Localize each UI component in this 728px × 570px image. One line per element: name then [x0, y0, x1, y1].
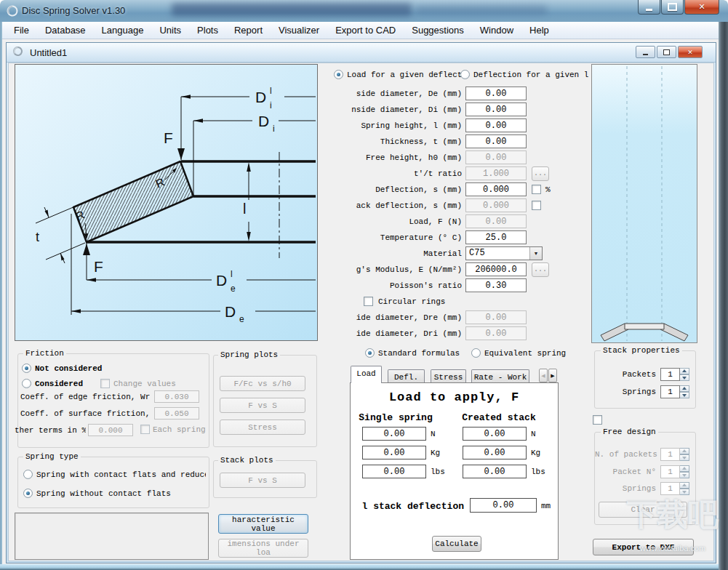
packet-n-stepper[interactable]: 1	[660, 465, 689, 478]
free-design-checkbox[interactable]	[593, 415, 602, 425]
stack-load-lbs-input[interactable]	[463, 465, 527, 478]
doc-minimize-button[interactable]	[636, 46, 655, 58]
spinner-up-icon[interactable]	[680, 385, 689, 392]
export-to-dxf-button[interactable]: Export to DXF	[593, 539, 694, 555]
close-button[interactable]: ✕	[684, 0, 719, 15]
menu-item-plots[interactable]: Plots	[189, 23, 226, 38]
menu-item-window[interactable]: Window	[472, 23, 521, 38]
tab-scroll-right-icon[interactable]: ▶	[548, 369, 557, 382]
outside-diameter-de-input[interactable]	[465, 87, 527, 100]
doc-close-button[interactable]: ✕	[678, 46, 703, 58]
single-load-n-input[interactable]	[362, 427, 426, 441]
deflection-s-checkbox[interactable]	[532, 185, 541, 194]
tab-load[interactable]: Load	[351, 366, 382, 383]
stack-deflection-s-input[interactable]	[465, 198, 527, 212]
tab-scroll-left-icon[interactable]: ◀	[539, 369, 548, 382]
maximize-button[interactable]	[661, 0, 684, 15]
n-packets-stepper[interactable]: 1	[660, 448, 689, 461]
close-icon: ✕	[687, 49, 693, 56]
fd-springs-value[interactable]: 1	[660, 482, 680, 495]
ellipsis-button[interactable]: ...	[532, 262, 549, 277]
friction-considered-radio[interactable]	[22, 379, 31, 388]
other-terms-input[interactable]	[88, 424, 133, 436]
menu-item-database[interactable]: Database	[37, 23, 94, 38]
fd-springs-stepper[interactable]: 1	[660, 482, 689, 495]
spinner-down-icon[interactable]	[680, 454, 689, 461]
n-packets-value[interactable]: 1	[660, 448, 680, 461]
springs-value[interactable]: 1	[660, 385, 680, 398]
spinner-down-icon[interactable]	[680, 374, 689, 381]
t-ratio-input[interactable]	[465, 166, 527, 180]
friction-group-title: Friction	[23, 349, 66, 358]
single-load-kg-input[interactable]	[362, 446, 426, 459]
stack-load-n-input[interactable]	[463, 427, 527, 441]
surface-friction-input[interactable]	[154, 407, 199, 420]
menu-item-units[interactable]: Units	[151, 23, 189, 38]
change-values-checkbox[interactable]	[100, 379, 110, 388]
free-height-h0-input[interactable]	[465, 150, 527, 164]
menu-item-export-to-cad[interactable]: Export to CAD	[327, 23, 404, 38]
packets-stepper[interactable]: 1	[660, 368, 689, 381]
spinner-up-icon[interactable]	[680, 368, 689, 374]
spinner-down-icon[interactable]	[680, 472, 689, 478]
dropdown-arrow-icon[interactable]: ▼	[529, 247, 542, 260]
packets-value[interactable]: 1	[660, 368, 680, 381]
plot-fvss-button[interactable]: F vs S	[220, 398, 305, 413]
inside-diameter-di-input[interactable]	[465, 103, 527, 116]
other-terms-label: ther terms in %	[15, 426, 86, 435]
menu-item-visualizer[interactable]: Visualizer	[271, 23, 327, 38]
spinner-down-icon[interactable]	[680, 392, 689, 398]
minimize-button[interactable]	[638, 0, 660, 15]
outside-diameter-dre-input[interactable]	[465, 310, 527, 324]
tab-defl[interactable]: Defl.	[388, 369, 425, 382]
dimensions-under-load-button[interactable]: imensions under loa	[218, 539, 308, 558]
total-stack-deflection-input[interactable]	[470, 498, 537, 513]
spinner-up-icon[interactable]	[680, 465, 689, 472]
single-load-lbs-input[interactable]	[362, 465, 426, 478]
spring-height-l-input[interactable]	[465, 119, 527, 132]
stack-plot-fvss-button[interactable]: F vs S	[220, 473, 305, 488]
menu-item-suggestions[interactable]: Suggestions	[404, 23, 472, 38]
deflection-for-load-radio[interactable]	[460, 70, 470, 79]
characteristic-values-button[interactable]: haracteristic value	[218, 514, 308, 534]
menu-item-language[interactable]: Language	[94, 23, 152, 38]
standard-formulas-radio[interactable]	[365, 348, 375, 358]
youngs-modulus-input[interactable]	[465, 262, 527, 276]
plot-stress-button[interactable]: Stress	[220, 420, 305, 435]
thickness-t-input[interactable]	[465, 135, 527, 148]
plot-ffc-button[interactable]: F/Fc vs s/h0	[220, 376, 305, 391]
menu-item-report[interactable]: Report	[226, 23, 271, 38]
poissons-ratio-input[interactable]	[465, 278, 527, 292]
menu-item-file[interactable]: File	[6, 23, 37, 38]
tab-rate-work[interactable]: Rate - Work	[471, 369, 529, 382]
spinner-down-icon[interactable]	[680, 489, 689, 495]
equivalent-spring-radio[interactable]	[471, 348, 481, 358]
edge-friction-input[interactable]	[154, 390, 199, 403]
circular-rings-checkbox[interactable]	[364, 297, 373, 306]
load-for-deflection-label: Load for a given deflect	[347, 71, 462, 79]
stack-deflection-s-checkbox[interactable]	[532, 201, 541, 210]
stack-load-kg-input[interactable]	[463, 446, 527, 459]
spring-without-flats-radio[interactable]	[23, 489, 33, 498]
deflection-s-input[interactable]	[465, 182, 527, 196]
diagram-label-di-prime-sub: i	[270, 100, 272, 111]
ellipsis-button[interactable]: ...	[532, 166, 549, 181]
inside-diameter-dri-input[interactable]	[465, 326, 527, 340]
calculate-button[interactable]: Calculate	[432, 536, 481, 552]
doc-restore-button[interactable]	[657, 46, 676, 58]
friction-not-considered-radio[interactable]	[22, 364, 31, 373]
each-spring-checkbox[interactable]	[140, 425, 150, 434]
spinner-up-icon[interactable]	[680, 448, 689, 454]
load-for-deflection-radio[interactable]	[334, 70, 343, 79]
spinner-up-icon[interactable]	[680, 482, 689, 489]
temperature-input[interactable]	[465, 230, 527, 244]
clear-button[interactable]: Clear	[599, 502, 687, 518]
load-f-input[interactable]	[465, 214, 527, 228]
spring-with-flats-radio[interactable]	[23, 470, 33, 479]
packet-n-value[interactable]: 1	[660, 465, 680, 478]
tab-stress[interactable]: Stress	[431, 369, 466, 382]
springs-stepper[interactable]: 1	[660, 385, 689, 398]
material-select[interactable]: C75▼	[465, 246, 543, 260]
stack-preview-panel	[591, 64, 697, 343]
menu-item-help[interactable]: Help	[521, 23, 557, 38]
